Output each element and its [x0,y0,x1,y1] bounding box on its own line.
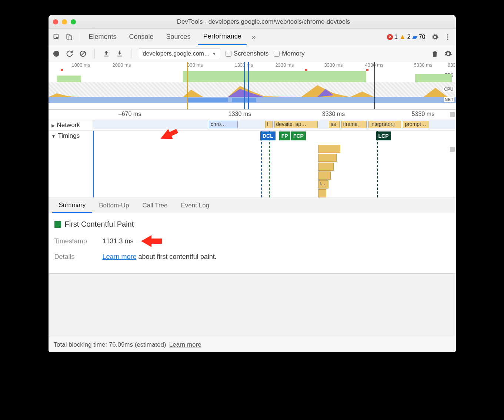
blocking-time-text: Total blocking time: 76.09ms (estimated) [54,341,166,349]
recording-selector-dropdown[interactable]: developers.google.com… ▼ [139,48,220,59]
net-label: NET [444,97,454,102]
tab-event-log[interactable]: Event Log [174,198,216,213]
window-title: DevTools - developers.google.com/web/too… [76,18,451,26]
event-title: First Contentful Paint [65,220,134,229]
timestamp-value: 1131.3 ms [103,237,134,245]
separator [94,49,95,59]
svg-rect-7 [104,56,109,56]
reload-button[interactable] [66,50,74,58]
message-icon: ▰ [412,33,417,41]
record-button[interactable] [52,50,60,58]
screenshots-checkbox[interactable]: Screenshots [226,50,269,57]
timings-row: ▼ Timings l… DCLFPFCPLCP [49,131,456,198]
warning-icon: ▲ [399,33,406,41]
tabs-overflow-button[interactable]: » [249,29,259,45]
separator [79,32,79,42]
expand-toggle-icon[interactable]: ▶ [51,123,55,128]
error-icon: ✕ [387,34,393,40]
network-request-block[interactable]: devsite_ap… [274,121,318,128]
network-request-block[interactable]: iframe_ [341,121,367,128]
cpu-lane: CPU [49,82,456,97]
summary-panel: First Contentful Paint Timestamp 1131.3 … [49,213,456,274]
network-request-block[interactable]: integrator.j [368,121,401,128]
traffic-lights [53,19,76,24]
svg-rect-2 [69,36,72,40]
titlebar: DevTools - developers.google.com/web/too… [49,15,456,29]
tab-elements[interactable]: Elements [84,29,122,45]
scrollbar-thumb[interactable] [450,112,455,117]
flame-tick: –670 ms [119,111,141,117]
inspect-element-icon[interactable] [51,32,62,42]
clear-button[interactable] [79,50,87,58]
device-toolbar-icon[interactable] [64,32,74,42]
timings-row-header[interactable]: ▼ Timings [49,131,93,197]
status-counters[interactable]: ✕1 ▲2 ▰70 [387,33,425,41]
network-request-block[interactable]: as [329,121,340,128]
message-count: 70 [419,34,425,40]
tab-console[interactable]: Console [124,29,159,45]
flame-ruler: –670 ms1330 ms3330 ms5330 ms [49,110,456,120]
overview-tick: 3330 ms [324,62,343,68]
tab-sources[interactable]: Sources [161,29,196,45]
network-lane[interactable]: chro…fdevsite_ap…asiframe_integrator.jpr… [93,120,456,129]
flame-tick: 3330 ms [322,111,345,117]
empty-area [49,274,456,337]
tab-call-tree[interactable]: Call Tree [136,198,174,213]
tab-bottom-up[interactable]: Bottom-Up [92,198,136,213]
main-tabbar: Elements Console Sources Performance » ✕… [49,29,456,45]
details-label: Details [54,253,95,261]
net-lane: NET [49,97,456,103]
performance-toolbar: developers.google.com… ▼ Screenshots Mem… [49,45,456,62]
timings-lane[interactable]: l… DCLFPFCPLCP [93,131,456,197]
network-row-header[interactable]: ▶ Network [49,120,93,130]
overview-tick: 2000 ms [113,62,131,68]
capture-settings-gear-icon[interactable] [444,50,452,58]
flame-tick: 5330 ms [412,111,434,117]
timing-marker-fp[interactable]: FP [279,131,290,140]
warning-count: 2 [407,34,411,40]
long-task-block[interactable]: l… [318,180,328,189]
annotation-arrow-icon [160,127,178,142]
close-window-button[interactable] [53,19,58,24]
zoom-window-button[interactable] [71,19,76,24]
overview-ruler: 1000 ms2000 ms330 ms1330 ms2330 ms3330 m… [49,62,456,69]
network-row: ▶ Network chro…fdevsite_ap…asiframe_inte… [49,120,456,131]
network-request-block[interactable]: chro… [209,121,238,128]
settings-gear-icon[interactable] [430,32,440,42]
load-profile-icon[interactable] [102,50,110,58]
network-request-block[interactable]: prompt … [403,121,428,128]
annotation-arrow-icon [141,234,162,248]
learn-more-link[interactable]: Learn more [103,253,137,260]
fps-lane: FPS [49,69,456,82]
collapse-toggle-icon[interactable]: ▼ [51,134,56,139]
chevron-down-icon: ▼ [212,51,216,56]
overview-tick: 5330 ms [414,62,433,68]
flame-chart[interactable]: –670 ms1330 ms3330 ms5330 ms ▶ Network c… [49,110,456,198]
svg-point-3 [447,34,448,35]
tab-summary[interactable]: Summary [52,198,93,213]
separator [131,49,131,59]
memory-checkbox[interactable]: Memory [274,50,304,57]
timing-marker-dcl[interactable]: DCL [260,131,276,140]
recording-selector-label: developers.google.com… [143,50,210,57]
overview-tick: 1000 ms [72,62,90,68]
flame-tick: 1330 ms [228,111,251,117]
collect-garbage-icon[interactable] [431,50,439,58]
footer-learn-more-link[interactable]: Learn more [169,341,201,349]
timeline-overview[interactable]: 1000 ms2000 ms330 ms1330 ms2330 ms3330 m… [49,62,456,110]
details-tabbar: Summary Bottom-Up Call Tree Event Log [49,198,456,213]
save-profile-icon[interactable] [116,50,124,58]
minimize-window-button[interactable] [62,19,67,24]
timing-marker-lcp[interactable]: LCP [376,131,391,140]
event-color-swatch [54,221,61,228]
scrollbar-thumb[interactable] [450,147,455,152]
more-vert-icon[interactable] [443,32,453,42]
details-text: Learn more about first contentful paint. [103,253,217,261]
tab-performance[interactable]: Performance [198,29,247,45]
timing-marker-fcp[interactable]: FCP [291,131,306,140]
error-count: 1 [394,34,398,40]
network-request-block[interactable]: f [265,121,273,128]
timestamp-label: Timestamp [54,237,95,245]
overview-tick: 2330 ms [276,62,294,68]
overview-tick: 330 ms [187,62,203,68]
